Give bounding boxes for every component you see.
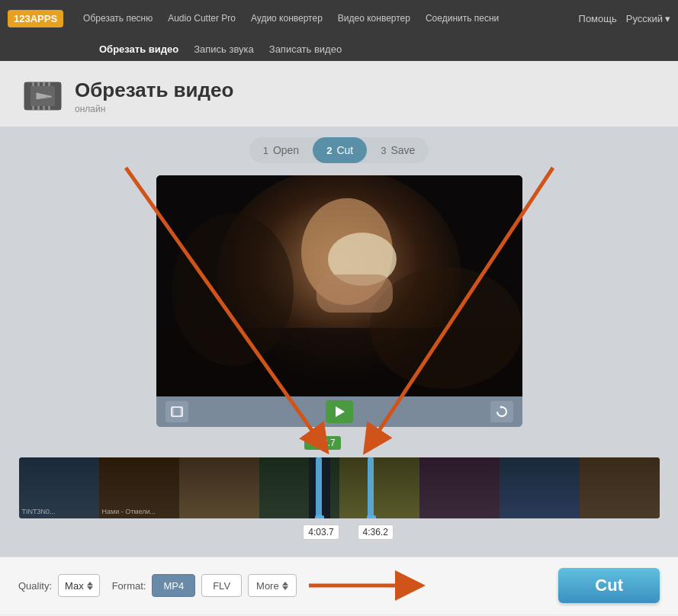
thumbnail-7 (500, 457, 580, 518)
vc-left (165, 401, 188, 422)
quality-arrows (87, 582, 93, 590)
nav-link-trim-video[interactable]: Обрезать видео (92, 40, 186, 58)
trim-end-time: 4:36.2 (358, 525, 394, 540)
bottom-bar: Quality: Max Format: MP4 FLV More (0, 557, 678, 614)
nav-link-join-songs[interactable]: Соединить песни (418, 10, 506, 27)
thumbnail-8 (580, 457, 660, 518)
video-frame (156, 175, 522, 396)
svg-rect-2 (55, 82, 61, 110)
step-save[interactable]: 3 Save (367, 137, 429, 163)
nav-link-audio-converter[interactable]: Аудио конвертер (243, 10, 330, 27)
svg-rect-26 (172, 407, 174, 416)
top-nav: 123APPS Обрезать песню Audio Cutter Pro … (0, 0, 678, 37)
thumbnail-6 (419, 457, 500, 518)
nav-link-trim-song[interactable]: Обрезать песню (76, 10, 160, 27)
more-arrows (282, 582, 288, 590)
nav-right: Помощь Русский ▾ (579, 13, 670, 24)
step-cut[interactable]: 2 Cut (313, 137, 367, 163)
current-time-label: 4:03.7 (304, 436, 340, 450)
quality-value: Max (65, 580, 84, 592)
svg-point-22 (370, 267, 522, 389)
trim-start-time: 4:03.7 (303, 525, 339, 540)
more-arrow-up (282, 582, 288, 586)
nav-link-record-video[interactable]: Записать видео (262, 40, 349, 58)
video-controls (156, 396, 522, 427)
format-flv[interactable]: FLV (201, 574, 242, 597)
svg-rect-11 (43, 106, 45, 110)
format-mp4[interactable]: MP4 (152, 574, 195, 597)
more-arrow-down (282, 586, 288, 590)
play-button[interactable] (326, 400, 353, 423)
logo[interactable]: 123APPS (8, 10, 63, 27)
handle-left-marker (315, 515, 324, 518)
lang-dropdown-icon: ▾ (665, 13, 670, 24)
replay-icon (496, 406, 508, 418)
svg-rect-1 (24, 82, 31, 110)
format-section: Format: MP4 FLV More (112, 574, 297, 597)
svg-rect-8 (48, 82, 50, 86)
svg-rect-7 (43, 82, 45, 86)
svg-rect-10 (37, 106, 40, 110)
nav-link-video-converter[interactable]: Видео конвертер (330, 10, 418, 27)
video-trim-icon (23, 76, 63, 116)
svg-point-21 (172, 213, 294, 366)
svg-rect-24 (317, 274, 393, 313)
nav-link-audio-cutter-pro[interactable]: Audio Cutter Pro (160, 10, 243, 27)
nav-lang[interactable]: Русский ▾ (626, 13, 670, 24)
page-header: Обрезать видео онлайн (0, 61, 678, 127)
page-subtitle: онлайн (75, 104, 233, 114)
cut-arrow (309, 569, 431, 602)
fullscreen-icon (171, 406, 183, 417)
svg-rect-12 (48, 106, 50, 110)
thumbnail-2: Нами - Отмели... (99, 457, 179, 518)
trim-handle-left[interactable] (316, 457, 323, 518)
page-title: Обрезать видео (75, 79, 233, 102)
timeline-wrapper: 4:03.7 TINT3N0... Нами - Отмели... (19, 435, 660, 546)
format-more-button[interactable]: More (248, 574, 297, 597)
svg-rect-9 (32, 106, 34, 110)
page-title-block: Обрезать видео онлайн (75, 79, 233, 114)
quality-arrow-up (87, 582, 93, 586)
nav-link-record-audio[interactable]: Запись звука (186, 40, 262, 58)
trim-handle-right[interactable] (368, 457, 375, 518)
quality-section: Quality: Max (18, 574, 100, 597)
step-indicator: 1 Open 2 Cut 3 Save (249, 137, 429, 163)
svg-marker-28 (500, 406, 502, 409)
thumbnail-3 (179, 457, 259, 518)
video-player-container (156, 175, 522, 427)
play-icon (336, 406, 345, 417)
vc-right (490, 401, 513, 422)
svg-rect-27 (180, 407, 182, 416)
svg-rect-5 (32, 82, 34, 86)
step-open[interactable]: 1 Open (249, 137, 313, 163)
vc-center (188, 400, 490, 423)
replay-icon-btn[interactable] (490, 401, 513, 422)
nav-links: Обрезать песню Audio Cutter Pro Аудио ко… (76, 10, 578, 27)
thumbnail-5 (339, 457, 419, 518)
thumbnail-1: TINT3N0... (19, 457, 99, 518)
main-area: 1 Open 2 Cut 3 Save (0, 127, 678, 557)
nav-help[interactable]: Помощь (579, 13, 617, 24)
quality-label: Quality: (18, 580, 52, 592)
cut-button[interactable]: Cut (558, 568, 660, 603)
fullscreen-icon-btn[interactable] (165, 401, 188, 422)
handle-right-marker (367, 515, 376, 518)
quality-select[interactable]: Max (58, 574, 100, 597)
quality-arrow-down (87, 586, 93, 590)
format-label: Format: (112, 580, 146, 592)
timeline-strip[interactable]: TINT3N0... Нами - Отмели... (19, 457, 660, 518)
svg-rect-6 (37, 82, 40, 86)
video-screen[interactable] (156, 175, 522, 396)
